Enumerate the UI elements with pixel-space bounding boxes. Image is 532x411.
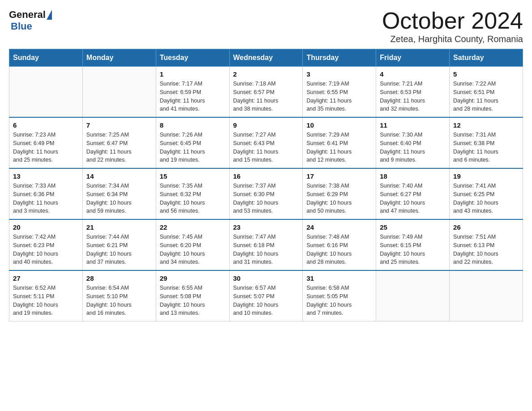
day-number: 21 <box>86 223 152 231</box>
day-number: 28 <box>86 274 152 282</box>
day-info: Sunrise: 7:35 AM Sunset: 6:32 PM Dayligh… <box>160 182 226 215</box>
day-info: Sunrise: 7:27 AM Sunset: 6:43 PM Dayligh… <box>233 131 299 164</box>
day-info: Sunrise: 7:31 AM Sunset: 6:38 PM Dayligh… <box>453 131 519 164</box>
day-info: Sunrise: 7:25 AM Sunset: 6:47 PM Dayligh… <box>86 131 152 164</box>
logo-triangle-icon <box>47 10 52 20</box>
calendar-week-row: 27Sunrise: 6:52 AM Sunset: 5:11 PM Dayli… <box>9 270 523 321</box>
day-number: 7 <box>86 121 152 129</box>
day-cell-26: 26Sunrise: 7:51 AM Sunset: 6:13 PM Dayli… <box>450 219 523 270</box>
day-cell-29: 29Sunrise: 6:55 AM Sunset: 5:08 PM Dayli… <box>156 270 229 321</box>
day-info: Sunrise: 6:54 AM Sunset: 5:10 PM Dayligh… <box>86 284 152 317</box>
empty-day-cell <box>9 67 83 118</box>
day-number: 13 <box>13 172 79 180</box>
day-cell-9: 9Sunrise: 7:27 AM Sunset: 6:43 PM Daylig… <box>229 117 303 168</box>
day-info: Sunrise: 7:30 AM Sunset: 6:40 PM Dayligh… <box>380 131 446 164</box>
day-info: Sunrise: 7:44 AM Sunset: 6:21 PM Dayligh… <box>86 233 152 266</box>
empty-day-cell <box>450 270 523 321</box>
day-info: Sunrise: 7:33 AM Sunset: 6:36 PM Dayligh… <box>13 182 79 215</box>
day-info: Sunrise: 6:58 AM Sunset: 5:05 PM Dayligh… <box>306 284 372 317</box>
day-info: Sunrise: 7:29 AM Sunset: 6:41 PM Dayligh… <box>306 131 372 164</box>
day-info: Sunrise: 7:51 AM Sunset: 6:13 PM Dayligh… <box>453 233 519 266</box>
day-number: 14 <box>86 172 152 180</box>
page-header: General Blue October 2024 Zetea, Harghit… <box>9 9 523 44</box>
calendar-header-row: SundayMondayTuesdayWednesdayThursdayFrid… <box>9 49 523 67</box>
day-number: 15 <box>160 172 226 180</box>
day-number: 31 <box>306 274 372 282</box>
day-number: 22 <box>160 223 226 231</box>
location-subtitle: Zetea, Harghita County, Romania <box>382 34 523 44</box>
header-monday: Monday <box>82 49 156 67</box>
day-info: Sunrise: 7:34 AM Sunset: 6:34 PM Dayligh… <box>86 182 152 215</box>
day-cell-31: 31Sunrise: 6:58 AM Sunset: 5:05 PM Dayli… <box>303 270 376 321</box>
day-info: Sunrise: 7:40 AM Sunset: 6:27 PM Dayligh… <box>380 182 446 215</box>
day-number: 9 <box>233 121 299 129</box>
day-info: Sunrise: 7:17 AM Sunset: 6:59 PM Dayligh… <box>160 80 226 113</box>
day-cell-23: 23Sunrise: 7:47 AM Sunset: 6:18 PM Dayli… <box>229 219 303 270</box>
day-number: 3 <box>306 70 372 78</box>
day-info: Sunrise: 7:42 AM Sunset: 6:23 PM Dayligh… <box>13 233 79 266</box>
day-cell-14: 14Sunrise: 7:34 AM Sunset: 6:34 PM Dayli… <box>82 168 156 219</box>
day-number: 11 <box>380 121 446 129</box>
day-info: Sunrise: 7:18 AM Sunset: 6:57 PM Dayligh… <box>233 80 299 113</box>
day-cell-28: 28Sunrise: 6:54 AM Sunset: 5:10 PM Dayli… <box>82 270 156 321</box>
day-number: 4 <box>380 70 446 78</box>
day-info: Sunrise: 6:55 AM Sunset: 5:08 PM Dayligh… <box>160 284 226 317</box>
day-cell-16: 16Sunrise: 7:37 AM Sunset: 6:30 PM Dayli… <box>229 168 303 219</box>
day-cell-24: 24Sunrise: 7:48 AM Sunset: 6:16 PM Dayli… <box>303 219 376 270</box>
day-cell-3: 3Sunrise: 7:19 AM Sunset: 6:55 PM Daylig… <box>303 67 376 118</box>
day-number: 27 <box>13 274 79 282</box>
day-cell-4: 4Sunrise: 7:21 AM Sunset: 6:53 PM Daylig… <box>376 67 450 118</box>
day-cell-19: 19Sunrise: 7:41 AM Sunset: 6:25 PM Dayli… <box>450 168 523 219</box>
day-number: 20 <box>13 223 79 231</box>
day-cell-11: 11Sunrise: 7:30 AM Sunset: 6:40 PM Dayli… <box>376 117 450 168</box>
day-info: Sunrise: 7:37 AM Sunset: 6:30 PM Dayligh… <box>233 182 299 215</box>
day-cell-6: 6Sunrise: 7:23 AM Sunset: 6:49 PM Daylig… <box>9 117 83 168</box>
day-cell-1: 1Sunrise: 7:17 AM Sunset: 6:59 PM Daylig… <box>156 67 229 118</box>
day-number: 19 <box>453 172 519 180</box>
day-number: 26 <box>453 223 519 231</box>
header-tuesday: Tuesday <box>156 49 229 67</box>
day-info: Sunrise: 7:22 AM Sunset: 6:51 PM Dayligh… <box>453 80 519 113</box>
day-number: 2 <box>233 70 299 78</box>
header-friday: Friday <box>376 49 450 67</box>
day-info: Sunrise: 6:52 AM Sunset: 5:11 PM Dayligh… <box>13 284 79 317</box>
calendar-week-row: 20Sunrise: 7:42 AM Sunset: 6:23 PM Dayli… <box>9 219 523 270</box>
day-number: 18 <box>380 172 446 180</box>
logo-blue-text: Blue <box>11 21 32 32</box>
month-title: October 2024 <box>382 9 523 32</box>
header-saturday: Saturday <box>450 49 523 67</box>
day-number: 12 <box>453 121 519 129</box>
day-info: Sunrise: 7:45 AM Sunset: 6:20 PM Dayligh… <box>160 233 226 266</box>
day-number: 16 <box>233 172 299 180</box>
day-info: Sunrise: 7:49 AM Sunset: 6:15 PM Dayligh… <box>380 233 446 266</box>
header-wednesday: Wednesday <box>229 49 303 67</box>
day-cell-22: 22Sunrise: 7:45 AM Sunset: 6:20 PM Dayli… <box>156 219 229 270</box>
day-info: Sunrise: 7:21 AM Sunset: 6:53 PM Dayligh… <box>380 80 446 113</box>
day-info: Sunrise: 7:19 AM Sunset: 6:55 PM Dayligh… <box>306 80 372 113</box>
empty-day-cell <box>82 67 156 118</box>
header-sunday: Sunday <box>9 49 83 67</box>
title-area: October 2024 Zetea, Harghita County, Rom… <box>382 9 523 44</box>
day-number: 24 <box>306 223 372 231</box>
day-cell-7: 7Sunrise: 7:25 AM Sunset: 6:47 PM Daylig… <box>82 117 156 168</box>
logo: General Blue <box>9 9 53 32</box>
day-number: 5 <box>453 70 519 78</box>
day-info: Sunrise: 7:48 AM Sunset: 6:16 PM Dayligh… <box>306 233 372 266</box>
day-cell-30: 30Sunrise: 6:57 AM Sunset: 5:07 PM Dayli… <box>229 270 303 321</box>
day-cell-21: 21Sunrise: 7:44 AM Sunset: 6:21 PM Dayli… <box>82 219 156 270</box>
day-number: 17 <box>306 172 372 180</box>
day-info: Sunrise: 7:38 AM Sunset: 6:29 PM Dayligh… <box>306 182 372 215</box>
day-cell-15: 15Sunrise: 7:35 AM Sunset: 6:32 PM Dayli… <box>156 168 229 219</box>
day-number: 1 <box>160 70 226 78</box>
calendar-week-row: 6Sunrise: 7:23 AM Sunset: 6:49 PM Daylig… <box>9 117 523 168</box>
day-cell-13: 13Sunrise: 7:33 AM Sunset: 6:36 PM Dayli… <box>9 168 83 219</box>
day-info: Sunrise: 7:26 AM Sunset: 6:45 PM Dayligh… <box>160 131 226 164</box>
header-thursday: Thursday <box>303 49 376 67</box>
day-info: Sunrise: 7:41 AM Sunset: 6:25 PM Dayligh… <box>453 182 519 215</box>
day-cell-25: 25Sunrise: 7:49 AM Sunset: 6:15 PM Dayli… <box>376 219 450 270</box>
calendar-week-row: 1Sunrise: 7:17 AM Sunset: 6:59 PM Daylig… <box>9 67 523 118</box>
day-info: Sunrise: 7:47 AM Sunset: 6:18 PM Dayligh… <box>233 233 299 266</box>
day-cell-8: 8Sunrise: 7:26 AM Sunset: 6:45 PM Daylig… <box>156 117 229 168</box>
day-number: 6 <box>13 121 79 129</box>
empty-day-cell <box>376 270 450 321</box>
